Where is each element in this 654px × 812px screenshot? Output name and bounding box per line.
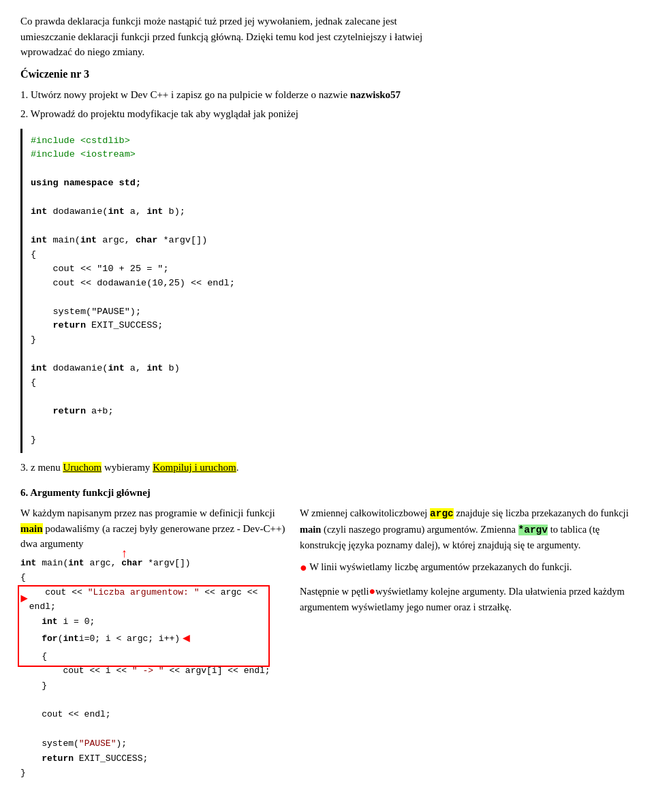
lower-code-line1: int main(int argc, char *argv[]) [20,556,286,570]
lower-code-line9: cout << endl; [20,707,286,721]
uruchom-highlight: Uruchom [63,462,102,473]
code-include1: #include <cstdlib> [31,136,130,146]
lower-code-line3: ► cout << "Liczba argumentow: " << argc … [20,585,286,614]
lower-right: W zmiennej całkowitoliczbowej argc znajd… [300,505,634,780]
lower-code-line5: for (int i=0; i < argc; i++) ◀ [20,629,286,649]
kompiluj-highlight: Kompiluj i uruchom [153,462,236,473]
main-bold: main [20,523,43,534]
argc-highlight: argc [430,508,454,519]
code-func-open: { [31,377,36,388]
bullet-red-2: ● [369,585,375,597]
right-para3: Następnie w pętli●wyświetlamy kolejne ar… [300,583,634,615]
lower-code-line6: { [20,649,286,663]
main-inline: main [300,524,321,535]
bullet-red-1: ● [300,561,307,574]
lower-code-line7: cout << i << " -> " << argv[i] << endl; [20,663,286,678]
lower-code-line11: return EXIT_SUCCESS; [20,751,286,766]
lower-code-line10: system("PAUSE"); [20,736,286,751]
lower-section: W każdym napisanym przez nas programie w… [20,505,634,780]
exercise-title: Ćwiczenie nr 3 [20,68,634,80]
intro-paragraph: Co prawda deklaracja funkcji może nastąp… [20,14,634,60]
argv-highlight: *argv [518,525,548,535]
lower-code-line8: } [20,678,286,693]
code-cout2: cout << dodawanie(10,25) << endl; [31,278,235,288]
code-cout1: cout << "10 + 25 = "; [31,264,169,274]
lower-code-line4: int i = 0; [20,614,286,629]
step1-bold: nazwisko57 [350,89,401,100]
section6-para: W każdym napisanym przez nas programie w… [20,505,286,552]
code-brace-close1: } [31,334,36,345]
step1: 1. Utwórz nowy projekt w Dev C++ i zapis… [20,87,634,103]
code-func-return: return a+b; [31,406,114,416]
code-func-close: } [31,435,36,445]
lower-code-block: int main(int argc, char *argv[]) { ► cou… [20,556,286,781]
code-func-sig: int dodawanie(int a, int b) [31,363,180,373]
lower-code-line2: { [20,570,286,584]
right-para2: ● W linii wyświetlamy liczbę argumentów … [300,559,634,578]
lower-left: W każdym napisanym przez nas programie w… [20,505,286,780]
code-brace-open: { [31,249,36,260]
right-para1: W zmiennej całkowitoliczbowej argc znajd… [300,505,634,552]
code-block-1: #include <cstdlib> #include <iostream> u… [20,129,634,453]
code-decl: int dodawanie(int a, int b); [31,206,185,217]
section6-title: 6. Argumenty funkcji głównej [20,487,634,499]
code-include2: #include <iostream> [31,149,136,159]
lower-code-line12: } [20,766,286,780]
code-return: return EXIT_SUCCESS; [31,320,163,330]
step3: 3. z menu Uruchom wybieramy Kompiluj i u… [20,460,634,475]
code-main-sig: int main(int argc, char *argv[]) [31,235,207,245]
red-arrow-up: ↑ [121,544,127,564]
step2: 2. Wprowadź do projektu modyfikacje tak … [20,106,634,122]
code-using: using namespace std; [31,178,141,188]
code-system: system("PAUSE"); [31,307,141,317]
